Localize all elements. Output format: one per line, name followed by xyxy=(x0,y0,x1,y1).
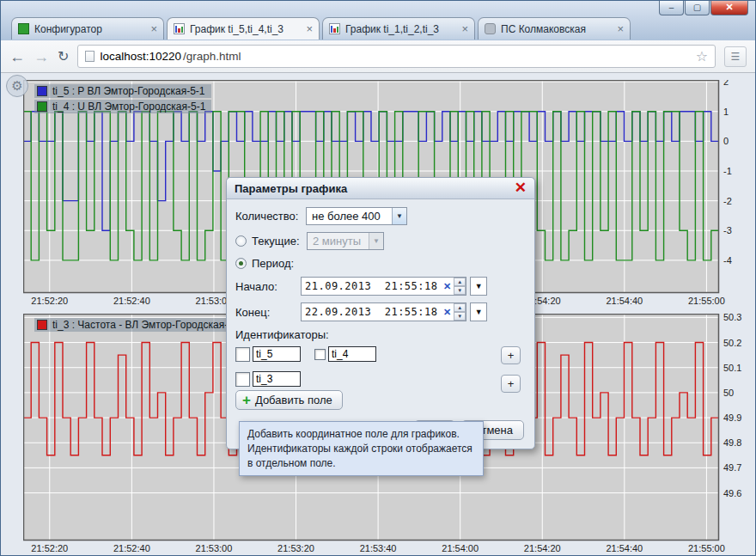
identifier-checkbox-ti3[interactable] xyxy=(235,372,250,387)
add-field-button[interactable]: + Добавить поле xyxy=(235,390,343,410)
address-bar[interactable]: localhost:10220/graph.html ☆ xyxy=(77,45,716,68)
tab-close-icon[interactable]: × xyxy=(461,24,468,34)
svg-text:-2: -2 xyxy=(723,196,732,206)
dialog-close-icon[interactable]: ✕ xyxy=(515,181,527,195)
legend-swatch-ti3 xyxy=(37,320,47,330)
tab-label: ПС Колмаковская xyxy=(501,23,613,35)
quantity-select[interactable]: не более 400 ▼ xyxy=(306,207,407,225)
end-calendar-dropdown-icon[interactable]: ▼ xyxy=(470,302,487,321)
window-close-button[interactable]: ✕ xyxy=(710,1,748,15)
legend-swatch-ti5 xyxy=(37,86,47,96)
identifier-checkbox-ti5[interactable] xyxy=(235,347,250,362)
start-spinner[interactable]: ▲ ▼ xyxy=(454,278,466,295)
svg-text:21:53:40: 21:53:40 xyxy=(360,543,397,553)
svg-text:49.8: 49.8 xyxy=(723,437,741,448)
spin-down-icon[interactable]: ▼ xyxy=(454,286,466,295)
chart-tab-icon xyxy=(329,23,340,34)
add-identifier-button[interactable]: + xyxy=(501,375,521,393)
chart-legend: ti_3 : Частота - ВЛ Эмтор-Городская-5-1 xyxy=(34,318,249,333)
svg-text:21:55:00: 21:55:00 xyxy=(688,543,725,553)
url-path: /graph.html xyxy=(183,50,241,63)
bookmark-star-icon[interactable]: ☆ xyxy=(696,48,708,64)
current-radio[interactable] xyxy=(235,235,247,247)
end-label: Конец: xyxy=(235,306,301,319)
period-label: Период: xyxy=(252,257,294,270)
dialog-titlebar[interactable]: Параметры графика ✕ xyxy=(227,178,534,199)
legend-item-ti5[interactable]: ti_5 : P ВЛ Эмтор-Городская-5-1 xyxy=(34,84,211,98)
plus-icon: + xyxy=(242,394,251,406)
window-minimize-button[interactable]: – xyxy=(659,1,684,15)
start-datetime-input[interactable] xyxy=(305,280,441,292)
svg-text:50.1: 50.1 xyxy=(723,363,741,373)
svg-text:49.6: 49.6 xyxy=(723,488,741,498)
spin-up-icon[interactable]: ▲ xyxy=(454,278,466,286)
page-content: ⚙ 21:52:2021:52:4021:53:0021:53:2021:53:… xyxy=(1,73,755,555)
svg-text:21:54:20: 21:54:20 xyxy=(524,543,561,553)
start-calendar-dropdown-icon[interactable]: ▼ xyxy=(470,277,487,296)
dropdown-arrow-icon[interactable]: ▼ xyxy=(392,208,406,224)
current-interval-value: 2 минуты xyxy=(308,233,369,249)
clear-x-icon[interactable]: ✕ xyxy=(441,281,454,292)
identifier-fields: + + xyxy=(235,346,526,387)
tab-graph-ti1-ti2-ti3[interactable]: График ti_1,ti_2,ti_3 × xyxy=(322,17,475,40)
tab-label: График ti_1,ti_2,ti_3 xyxy=(345,23,458,35)
identifier-group-ti4 xyxy=(314,346,376,362)
spin-up-icon[interactable]: ▲ xyxy=(454,303,466,312)
svg-text:21:53:20: 21:53:20 xyxy=(277,543,314,553)
identifiers-label: Идентификаторы: xyxy=(235,328,329,341)
add-field-tooltip: Добавить координатное поле для графиков.… xyxy=(239,421,484,476)
legend-swatch-ti4 xyxy=(37,101,47,112)
graph-parameters-dialog: Параметры графика ✕ Количество: не более… xyxy=(226,177,535,449)
end-spinner[interactable]: ▲ ▼ xyxy=(454,303,466,321)
window-titlebar: – ▢ ✕ Конфигуратор × График ti_5,ti_4,ti… xyxy=(1,1,755,40)
svg-text:21:52:20: 21:52:20 xyxy=(31,296,68,306)
svg-text:-1: -1 xyxy=(723,166,732,176)
browser-window: – ▢ ✕ Конфигуратор × График ti_5,ti_4,ti… xyxy=(0,0,756,556)
svg-text:21:52:40: 21:52:40 xyxy=(113,296,150,306)
svg-text:49.9: 49.9 xyxy=(723,412,741,423)
identifier-input-ti4[interactable] xyxy=(328,346,376,362)
tab-configurator[interactable]: Конфигуратор × xyxy=(11,17,164,40)
add-identifier-button[interactable]: + xyxy=(501,346,521,364)
spin-down-icon[interactable]: ▼ xyxy=(454,312,466,321)
identifier-input-ti3[interactable] xyxy=(253,371,301,387)
tab-close-icon[interactable]: × xyxy=(617,24,624,34)
svg-text:21:55:00: 21:55:00 xyxy=(688,296,725,306)
tab-close-icon[interactable]: × xyxy=(306,24,313,34)
identifier-group-ti5 xyxy=(235,346,301,362)
svg-text:-3: -3 xyxy=(723,225,732,235)
start-datetime-field[interactable]: ✕ ▲ ▼ xyxy=(301,277,466,296)
reload-icon[interactable]: ↻ xyxy=(58,49,69,64)
quantity-label: Количество: xyxy=(235,210,306,223)
tab-ps-kolmakovskaya[interactable]: ПС Колмаковская × xyxy=(478,17,631,40)
tab-close-icon[interactable]: × xyxy=(150,24,157,34)
end-datetime-input[interactable] xyxy=(305,306,441,318)
identifier-checkbox-ti4[interactable] xyxy=(314,349,326,360)
window-maximize-button[interactable]: ▢ xyxy=(685,1,710,15)
dialog-body: Количество: не более 400 ▼ Текущие: 2 ми… xyxy=(227,199,534,449)
identifier-input-ti5[interactable] xyxy=(253,346,301,362)
tab-graph-ti5-ti4-ti3[interactable]: График ti_5,ti_4,ti_3 × xyxy=(167,17,320,40)
period-radio[interactable] xyxy=(235,258,247,269)
browser-menu-icon[interactable]: ☰ xyxy=(724,46,747,67)
settings-gear-icon[interactable]: ⚙ xyxy=(6,75,28,97)
dialog-title: Параметры графика xyxy=(235,182,347,195)
identifier-group-ti3 xyxy=(235,371,301,387)
window-controls: – ▢ ✕ xyxy=(658,1,748,15)
back-icon[interactable]: ← xyxy=(9,49,25,64)
svg-text:21:54:40: 21:54:40 xyxy=(606,296,643,306)
svg-text:50.3: 50.3 xyxy=(723,314,741,322)
legend-item-ti4[interactable]: ti_4 : U ВЛ Эмтор-Городская-5-1 xyxy=(34,100,211,113)
clear-x-icon[interactable]: ✕ xyxy=(441,307,454,318)
forward-icon[interactable]: → xyxy=(34,49,49,64)
svg-text:50.2: 50.2 xyxy=(723,338,741,348)
svg-text:21:54:00: 21:54:00 xyxy=(442,543,479,553)
svg-text:50: 50 xyxy=(723,388,734,398)
svg-text:21:54:40: 21:54:40 xyxy=(606,543,643,553)
legend-item-ti3[interactable]: ti_3 : Частота - ВЛ Эмтор-Городская-5-1 xyxy=(34,318,249,332)
end-datetime-field[interactable]: ✕ ▲ ▼ xyxy=(301,302,466,321)
current-label: Текущие: xyxy=(252,235,307,247)
configurator-tab-icon xyxy=(18,23,29,34)
quantity-value: не более 400 xyxy=(307,208,392,224)
svg-text:1: 1 xyxy=(723,107,729,117)
